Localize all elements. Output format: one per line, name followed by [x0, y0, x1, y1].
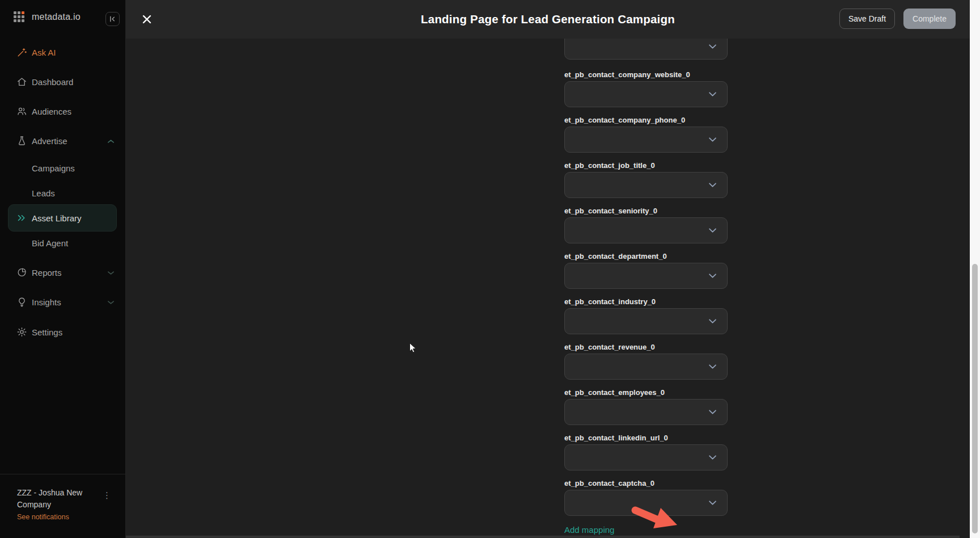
- sidebar-item-label: Campaigns: [32, 163, 75, 173]
- sidebar-footer: ZZZ - Joshua New Company See notificatio…: [0, 474, 126, 538]
- sidebar-item-label: Ask AI: [32, 48, 56, 57]
- chevron-up-icon: [107, 136, 115, 146]
- chevron-down-icon: [107, 267, 115, 278]
- save-draft-button[interactable]: Save Draft: [839, 9, 895, 29]
- logo-text: metadata.io: [32, 12, 81, 22]
- sidebar-item-label: Dashboard: [32, 77, 73, 87]
- company-menu-kebab-icon[interactable]: ⋮: [103, 491, 111, 499]
- field-label: et_pb_contact_department_0: [564, 252, 667, 260]
- modal-header: Landing Page for Lead Generation Campaig…: [126, 0, 970, 39]
- field-select[interactable]: [564, 354, 728, 380]
- field-label: et_pb_contact_captcha_0: [564, 479, 654, 487]
- company-name: ZZZ - Joshua New Company: [17, 487, 88, 511]
- double-chevron-right-icon: [16, 213, 27, 224]
- logo: metadata.io: [14, 11, 81, 23]
- sidebar-item-reports[interactable]: Reports: [0, 260, 126, 285]
- chevron-down-icon: [107, 297, 115, 307]
- see-notifications-link[interactable]: See notifications: [17, 513, 69, 521]
- sidebar-item-advertise[interactable]: Advertise: [0, 128, 126, 153]
- gear-icon: [16, 327, 27, 338]
- field-select[interactable]: [564, 217, 728, 243]
- sidebar-collapse-button[interactable]: [105, 12, 120, 26]
- pie-chart-icon: [16, 267, 27, 278]
- sidebar-item-label: Advertise: [32, 136, 67, 146]
- scrollbar-thumb[interactable]: [972, 264, 978, 533]
- sidebar-item-bid-agent[interactable]: Bid Agent: [0, 230, 126, 255]
- bulb-icon: [16, 297, 27, 308]
- wand-icon: [16, 47, 27, 58]
- sidebar-item-label: Reports: [32, 268, 62, 278]
- home-icon: [16, 77, 27, 87]
- flask-icon: [16, 136, 27, 146]
- sidebar-item-label: Asset Library: [32, 213, 82, 223]
- complete-button[interactable]: Complete: [903, 9, 956, 29]
- field-select[interactable]: [564, 308, 728, 334]
- field-select[interactable]: [564, 127, 728, 153]
- field-label: et_pb_contact_company_website_0: [564, 70, 690, 79]
- field-select[interactable]: [564, 172, 728, 198]
- field-select[interactable]: [564, 399, 728, 425]
- sidebar-item-audiences[interactable]: Audiences: [0, 99, 126, 124]
- sidebar-item-insights[interactable]: Insights: [0, 289, 126, 314]
- sidebar-item-label: Settings: [32, 327, 62, 337]
- bottom-edge-bar: [126, 536, 960, 538]
- sidebar-item-label: Bid Agent: [32, 238, 68, 248]
- people-icon: [16, 106, 27, 117]
- app-window: metadata.io Ask AIDashboardAudiencesAdve…: [0, 0, 980, 538]
- sidebar-item-settings[interactable]: Settings: [0, 320, 126, 344]
- field-label: et_pb_contact_seniority_0: [564, 207, 657, 215]
- sidebar-item-leads[interactable]: Leads: [0, 180, 126, 205]
- scrollbar: [970, 0, 980, 538]
- sidebar-item-asset-library[interactable]: Asset Library: [0, 205, 126, 230]
- field-label: et_pb_contact_employees_0: [564, 388, 665, 397]
- field-select[interactable]: [564, 263, 728, 289]
- sidebar-item-label: Audiences: [32, 107, 71, 116]
- field-select[interactable]: [564, 81, 728, 107]
- field-label: et_pb_contact_revenue_0: [564, 343, 655, 351]
- field-select[interactable]: [564, 444, 728, 470]
- sidebar: metadata.io Ask AIDashboardAudiencesAdve…: [0, 0, 126, 538]
- field-label: et_pb_contact_linkedin_url_0: [564, 434, 668, 442]
- annotation-arrow-icon: [500, 502, 682, 533]
- field-label: et_pb_contact_job_title_0: [564, 161, 655, 170]
- sidebar-item-label: Leads: [32, 188, 55, 198]
- field-label: et_pb_contact_industry_0: [564, 297, 656, 306]
- main-content: et_pb_contact_company_website_0et_pb_con…: [126, 0, 970, 538]
- sidebar-item-ask-ai[interactable]: Ask AI: [0, 40, 126, 65]
- sidebar-item-label: Insights: [32, 297, 61, 307]
- collapse-sidebar-icon: [109, 15, 116, 23]
- metadata-logo-icon: [14, 11, 25, 23]
- sidebar-item-dashboard[interactable]: Dashboard: [0, 69, 126, 94]
- sidebar-item-campaigns[interactable]: Campaigns: [0, 155, 126, 180]
- field-label: et_pb_contact_company_phone_0: [564, 116, 685, 124]
